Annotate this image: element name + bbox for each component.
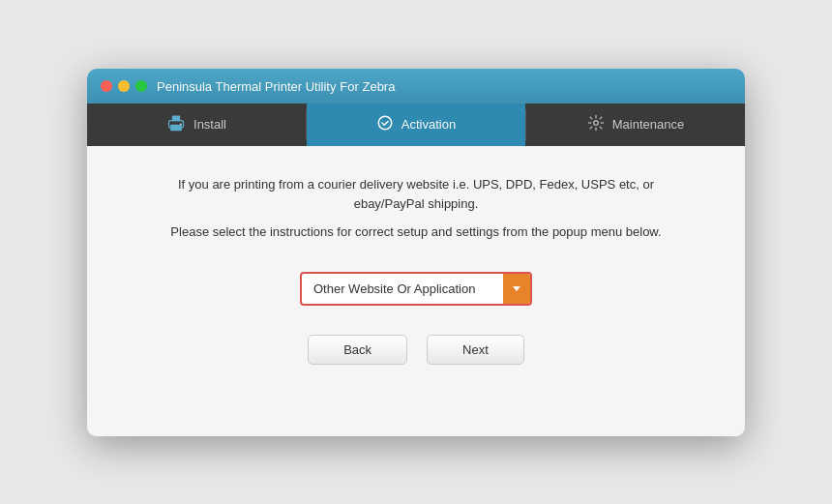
tab-maintenance-label: Maintenance [612, 117, 684, 132]
gear-icon [587, 114, 605, 135]
description-line1: If you are printing from a courier deliv… [145, 175, 687, 216]
printer-icon [166, 113, 186, 136]
description-line2: Please select the instructions for corre… [145, 222, 687, 243]
tab-activation[interactable]: Activation [307, 104, 525, 146]
website-dropdown-wrapper: Other Website Or Application UPS DPD Fed… [300, 272, 532, 306]
website-dropdown[interactable]: Other Website Or Application UPS DPD Fed… [302, 274, 530, 304]
traffic-lights [101, 80, 147, 92]
app-window: Peninsula Thermal Printer Utility For Ze… [87, 69, 745, 436]
svg-point-4 [378, 116, 392, 130]
maximize-button[interactable] [135, 80, 147, 92]
title-bar: Peninsula Thermal Printer Utility For Ze… [87, 69, 745, 104]
button-row: Back Next [145, 335, 687, 365]
app-title: Peninsula Thermal Printer Utility For Ze… [157, 78, 395, 94]
tab-activation-label: Activation [401, 117, 456, 132]
svg-point-5 [594, 120, 599, 125]
minimize-button[interactable] [118, 80, 130, 92]
content-area: If you are printing from a courier deliv… [87, 146, 745, 436]
svg-point-3 [180, 123, 182, 125]
activation-icon [376, 114, 394, 135]
next-button[interactable]: Next [427, 335, 524, 365]
title-main: Peninsula Thermal Printer Utility [157, 79, 336, 94]
title-subtitle: For Zebra [340, 79, 395, 94]
tab-maintenance[interactable]: Maintenance [526, 104, 745, 146]
tab-install[interactable]: Install [87, 104, 306, 146]
tab-bar: Install Activation Maintenance [87, 104, 745, 146]
tab-install-label: Install [193, 117, 226, 132]
close-button[interactable] [101, 80, 112, 92]
dropdown-container: Other Website Or Application UPS DPD Fed… [145, 272, 687, 306]
back-button[interactable]: Back [308, 335, 407, 365]
